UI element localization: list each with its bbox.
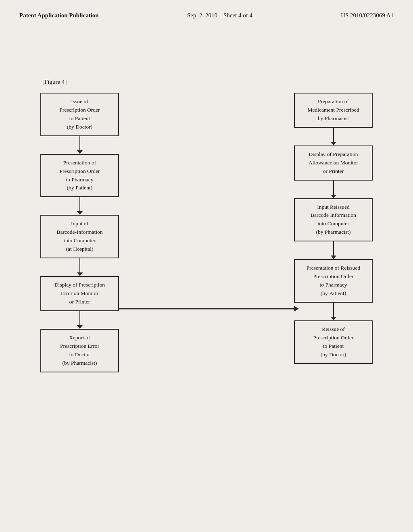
arrow-l2-l3 [77,197,83,215]
box-r2: Display of Preparation Allowance on Moni… [294,145,373,181]
page-header: Patent Application Publication Sep. 2, 2… [0,0,413,20]
flowchart-diagram: Issue of Prescription Order to Patient (… [20,93,393,399]
box-l5: Report of Prescription Error to Doctor (… [40,329,119,372]
left-flow-column: Issue of Prescription Order to Patient (… [40,93,119,372]
box-l3: Input of Barcode-Information into Comput… [40,215,119,258]
header-date-sheet: Sep. 2, 2010 Sheet 4 of 4 [187,11,252,20]
box-r3: Input Reissued Barcode Information into … [294,198,373,242]
right-flow-column: Preparation of Medicament Prescribed by … [294,93,373,364]
figure-label: [Figure 4] [42,79,67,85]
box-l1: Issue of Prescription Order to Patient (… [40,93,119,136]
arrow-l1-l2 [77,136,83,154]
arrow-r2-r3 [331,181,336,198]
arrow-l3-l4 [77,258,83,276]
arrow-r3-r4 [331,241,336,259]
box-r5: Reissue of Prescription Order to Patient… [294,320,373,364]
box-r1: Preparation of Medicament Prescribed by … [294,93,373,128]
arrow-r4-r5 [331,303,336,320]
arrow-r1-r2 [331,128,336,145]
box-l2: Presentation of Prescription Order to Ph… [40,154,119,197]
header-patent-number: US 2010/0223069 A1 [341,11,394,20]
box-l4: Display of Prescription Error on Monitor… [40,276,119,311]
box-r4: Presentation of Reissued Prescription Or… [294,259,373,303]
arrow-l4-l5 [77,311,83,329]
header-publication-type: Patent Application Publication [19,11,99,20]
